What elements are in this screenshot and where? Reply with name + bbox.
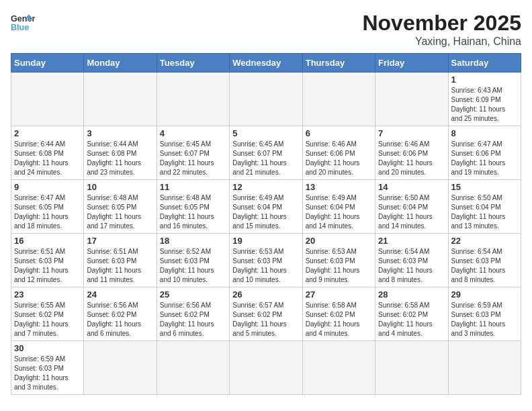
title-block: November 2025 Yaxing, Hainan, China: [362, 11, 521, 48]
day-info: Sunrise: 6:53 AM Sunset: 6:03 PM Dayligh…: [232, 247, 299, 285]
svg-text:Blue: Blue: [11, 23, 29, 32]
calendar-cell: 23Sunrise: 6:55 AM Sunset: 6:02 PM Dayli…: [11, 287, 84, 341]
day-number: 20: [306, 236, 372, 246]
calendar-cell: [84, 341, 157, 395]
page-header: General Blue November 2025 Yaxing, Haina…: [11, 11, 521, 48]
day-info: Sunrise: 6:54 AM Sunset: 6:03 PM Dayligh…: [378, 247, 445, 285]
day-number: 23: [14, 289, 81, 300]
day-number: 21: [378, 236, 445, 246]
day-header-monday: Monday: [84, 54, 157, 73]
calendar-cell: 5Sunrise: 6:45 AM Sunset: 6:07 PM Daylig…: [230, 126, 302, 180]
calendar-cell: 29Sunrise: 6:59 AM Sunset: 6:03 PM Dayli…: [448, 287, 521, 341]
day-number: 30: [14, 343, 81, 353]
calendar-cell: 11Sunrise: 6:48 AM Sunset: 6:05 PM Dayli…: [157, 180, 229, 234]
day-number: 8: [451, 128, 518, 138]
calendar-cell: [157, 341, 229, 395]
day-number: 16: [14, 236, 81, 246]
day-number: 24: [87, 289, 153, 300]
day-info: Sunrise: 6:57 AM Sunset: 6:02 PM Dayligh…: [232, 301, 299, 338]
day-info: Sunrise: 6:59 AM Sunset: 6:03 PM Dayligh…: [451, 301, 518, 338]
day-info: Sunrise: 6:48 AM Sunset: 6:05 PM Dayligh…: [87, 193, 153, 231]
day-number: 9: [14, 182, 81, 192]
calendar-cell: 25Sunrise: 6:56 AM Sunset: 6:02 PM Dayli…: [157, 287, 229, 341]
calendar-cell: 15Sunrise: 6:50 AM Sunset: 6:04 PM Dayli…: [448, 180, 521, 234]
day-info: Sunrise: 6:55 AM Sunset: 6:02 PM Dayligh…: [14, 301, 81, 338]
day-number: 29: [451, 289, 518, 300]
calendar-week-2: 2Sunrise: 6:44 AM Sunset: 6:08 PM Daylig…: [11, 126, 521, 180]
day-info: Sunrise: 6:54 AM Sunset: 6:03 PM Dayligh…: [451, 247, 518, 285]
day-info: Sunrise: 6:47 AM Sunset: 6:05 PM Dayligh…: [14, 193, 81, 231]
day-number: 14: [378, 182, 445, 192]
day-info: Sunrise: 6:56 AM Sunset: 6:02 PM Dayligh…: [160, 301, 226, 338]
day-info: Sunrise: 6:50 AM Sunset: 6:04 PM Dayligh…: [451, 193, 518, 231]
calendar-cell: 3Sunrise: 6:44 AM Sunset: 6:08 PM Daylig…: [84, 126, 157, 180]
day-header-tuesday: Tuesday: [157, 54, 229, 73]
calendar-cell: 22Sunrise: 6:54 AM Sunset: 6:03 PM Dayli…: [448, 234, 521, 287]
day-number: 17: [87, 236, 153, 246]
calendar-week-1: 1Sunrise: 6:43 AM Sunset: 6:09 PM Daylig…: [11, 73, 521, 126]
day-info: Sunrise: 6:45 AM Sunset: 6:07 PM Dayligh…: [160, 140, 226, 177]
calendar-cell: 24Sunrise: 6:56 AM Sunset: 6:02 PM Dayli…: [84, 287, 157, 341]
month-title: November 2025: [362, 11, 521, 36]
calendar-cell: 10Sunrise: 6:48 AM Sunset: 6:05 PM Dayli…: [84, 180, 157, 234]
calendar-cell: 16Sunrise: 6:51 AM Sunset: 6:03 PM Dayli…: [11, 234, 84, 287]
day-info: Sunrise: 6:45 AM Sunset: 6:07 PM Dayligh…: [232, 140, 299, 177]
calendar-cell: [302, 341, 375, 395]
day-number: 18: [160, 236, 226, 246]
calendar-cell: 21Sunrise: 6:54 AM Sunset: 6:03 PM Dayli…: [375, 234, 448, 287]
day-number: 12: [232, 182, 299, 192]
day-info: Sunrise: 6:49 AM Sunset: 6:04 PM Dayligh…: [232, 193, 299, 231]
day-info: Sunrise: 6:46 AM Sunset: 6:06 PM Dayligh…: [306, 140, 372, 177]
day-info: Sunrise: 6:44 AM Sunset: 6:08 PM Dayligh…: [87, 140, 153, 177]
calendar-week-5: 23Sunrise: 6:55 AM Sunset: 6:02 PM Dayli…: [11, 287, 521, 341]
calendar-cell: 8Sunrise: 6:47 AM Sunset: 6:06 PM Daylig…: [448, 126, 521, 180]
calendar-week-3: 9Sunrise: 6:47 AM Sunset: 6:05 PM Daylig…: [11, 180, 521, 234]
day-number: 5: [232, 128, 299, 138]
day-header-wednesday: Wednesday: [230, 54, 302, 73]
day-number: 13: [306, 182, 372, 192]
calendar-cell: 13Sunrise: 6:49 AM Sunset: 6:04 PM Dayli…: [302, 180, 375, 234]
logo: General Blue: [11, 11, 35, 35]
calendar-cell: 26Sunrise: 6:57 AM Sunset: 6:02 PM Dayli…: [230, 287, 302, 341]
calendar-cell: 14Sunrise: 6:50 AM Sunset: 6:04 PM Dayli…: [375, 180, 448, 234]
day-header-thursday: Thursday: [302, 54, 375, 73]
calendar-cell: 4Sunrise: 6:45 AM Sunset: 6:07 PM Daylig…: [157, 126, 229, 180]
day-info: Sunrise: 6:50 AM Sunset: 6:04 PM Dayligh…: [378, 193, 445, 231]
location-title: Yaxing, Hainan, China: [362, 36, 521, 48]
day-info: Sunrise: 6:49 AM Sunset: 6:04 PM Dayligh…: [306, 193, 372, 231]
day-number: 10: [87, 182, 153, 192]
day-info: Sunrise: 6:56 AM Sunset: 6:02 PM Dayligh…: [87, 301, 153, 338]
calendar-week-4: 16Sunrise: 6:51 AM Sunset: 6:03 PM Dayli…: [11, 234, 521, 287]
day-number: 28: [378, 289, 445, 300]
calendar-cell: 9Sunrise: 6:47 AM Sunset: 6:05 PM Daylig…: [11, 180, 84, 234]
day-info: Sunrise: 6:58 AM Sunset: 6:02 PM Dayligh…: [306, 301, 372, 338]
day-info: Sunrise: 6:48 AM Sunset: 6:05 PM Dayligh…: [160, 193, 226, 231]
calendar-cell: 30Sunrise: 6:59 AM Sunset: 6:03 PM Dayli…: [11, 341, 84, 395]
calendar-cell: 19Sunrise: 6:53 AM Sunset: 6:03 PM Dayli…: [230, 234, 302, 287]
day-header-sunday: Sunday: [11, 54, 84, 73]
day-number: 15: [451, 182, 518, 192]
day-number: 7: [378, 128, 445, 138]
calendar-cell: [375, 73, 448, 126]
day-number: 2: [14, 128, 81, 138]
day-number: 25: [160, 289, 226, 300]
day-info: Sunrise: 6:53 AM Sunset: 6:03 PM Dayligh…: [306, 247, 372, 285]
day-info: Sunrise: 6:51 AM Sunset: 6:03 PM Dayligh…: [14, 247, 81, 285]
day-info: Sunrise: 6:59 AM Sunset: 6:03 PM Dayligh…: [14, 355, 81, 392]
calendar-cell: 12Sunrise: 6:49 AM Sunset: 6:04 PM Dayli…: [230, 180, 302, 234]
day-number: 3: [87, 128, 153, 138]
calendar-cell: [448, 341, 521, 395]
day-number: 4: [160, 128, 226, 138]
day-header-friday: Friday: [375, 54, 448, 73]
calendar-cell: [375, 341, 448, 395]
day-info: Sunrise: 6:51 AM Sunset: 6:03 PM Dayligh…: [87, 247, 153, 285]
day-number: 26: [232, 289, 299, 300]
day-info: Sunrise: 6:47 AM Sunset: 6:06 PM Dayligh…: [451, 140, 518, 177]
calendar-cell: 7Sunrise: 6:46 AM Sunset: 6:06 PM Daylig…: [375, 126, 448, 180]
day-info: Sunrise: 6:58 AM Sunset: 6:02 PM Dayligh…: [378, 301, 445, 338]
calendar-cell: 20Sunrise: 6:53 AM Sunset: 6:03 PM Dayli…: [302, 234, 375, 287]
calendar-cell: [302, 73, 375, 126]
calendar-cell: 1Sunrise: 6:43 AM Sunset: 6:09 PM Daylig…: [448, 73, 521, 126]
calendar-cell: 27Sunrise: 6:58 AM Sunset: 6:02 PM Dayli…: [302, 287, 375, 341]
day-info: Sunrise: 6:52 AM Sunset: 6:03 PM Dayligh…: [160, 247, 226, 285]
